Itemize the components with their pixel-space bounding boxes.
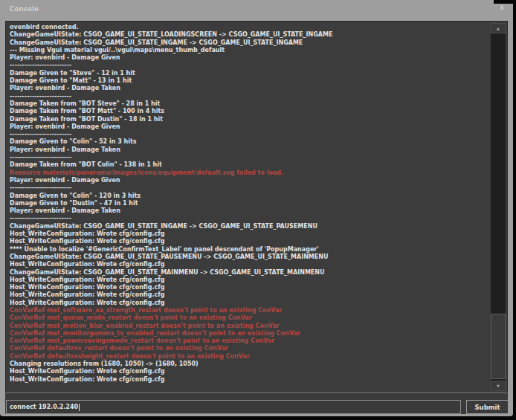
console-line: ------------------------- [10, 131, 488, 138]
scrollbar-thumb[interactable] [491, 314, 506, 379]
console-line: Damage Given to "Dustin" - 47 in 1 hit [10, 200, 488, 207]
console-line: Host_WriteConfiguration: Wrote cfg/confi… [10, 291, 488, 299]
console-line: ------------------------- [10, 184, 488, 192]
console-line: ------------------------- [10, 154, 488, 161]
scrollbar-down-button[interactable]: ▼ [491, 381, 506, 391]
submit-button-label: Submit [474, 404, 500, 411]
console-line: Host_WriteConfiguration: Wrote cfg/confi… [10, 230, 488, 238]
title-bar[interactable]: Console x [0, 0, 513, 21]
console-line: Damage Taken from "BOT Steve" - 28 in 1 … [10, 100, 488, 108]
corner-notch [494, 0, 516, 4]
console-line: Player: ovenbird - Damage Taken [10, 207, 488, 215]
console-line: Damage Given to "Colin" - 120 in 3 hits [10, 193, 488, 200]
console-line: Player: ovenbird - Damage Taken [10, 85, 488, 92]
arrow-up-icon: ▲ [497, 26, 500, 30]
console-line: ConVarRef mat_powersavingsmode_restart d… [10, 337, 488, 345]
console-line: ConVarRef defaultres_restart doesn't poi… [10, 345, 488, 352]
console-line: Damage Given to "Matt" - 13 in 1 hit [10, 77, 488, 85]
console-line: ChangeGameUIState: CSGO_GAME_UI_STATE_PA… [10, 253, 488, 261]
console-line: ConVarRef mat_monitorgamma_tv_enabled_re… [10, 330, 488, 337]
text-caret [79, 404, 80, 411]
console-line: Host_WriteConfiguration: Wrote cfg/confi… [10, 300, 488, 307]
window-title: Console [10, 5, 39, 13]
console-line: Player: ovenbird - Damage Taken [10, 146, 488, 154]
console-line: Host_WriteConfiguration: Wrote cfg/confi… [10, 238, 488, 245]
console-line: ConVarRef mat_motion_blur_enabled_restar… [10, 323, 488, 330]
command-input[interactable]: connect 192.0.2.240 [6, 400, 461, 414]
console-line: Player: ovenbird - Damage Given [10, 123, 488, 131]
console-line: --- Missing Vgui material vgui/..\vgui\m… [10, 47, 488, 54]
console-line: ChangeGameUIState: CSGO_GAME_UI_STATE_MA… [10, 269, 488, 277]
console-line: Player: ovenbird - Damage Given [10, 54, 488, 62]
console-line: Damage Taken from "BOT Matt" - 100 in 4 … [10, 108, 488, 115]
console-line: ChangeGameUIState: CSGO_GAME_UI_STATE_LO… [10, 31, 488, 39]
console-line: ------------------------- [10, 93, 488, 100]
console-line: ovenbird connected. [10, 24, 488, 31]
console-line: Damage Taken from "BOT Colin" - 138 in 1… [10, 161, 488, 169]
arrow-down-icon: ▼ [497, 384, 500, 388]
console-line: ChangeGameUIState: CSGO_GAME_UI_STATE_IN… [10, 223, 488, 230]
console-line: Damage Taken from "BOT Dustin" - 18 in 1… [10, 116, 488, 123]
console-output-panel: ovenbird connected.ChangeGameUIState: CS… [5, 21, 508, 393]
submit-button[interactable]: Submit [466, 400, 509, 414]
console-line: Damage Given to "Steve" - 12 in 1 hit [10, 70, 488, 77]
console-line: Player: ovenbird - Damage Given [10, 177, 488, 184]
console-line: Host_WriteConfiguration: Wrote cfg/confi… [10, 261, 488, 268]
console-line: ChangeGameUIState: CSGO_GAME_UI_STATE_IN… [10, 39, 488, 47]
console-line: Host_WriteConfiguration: Wrote cfg/confi… [10, 277, 488, 284]
console-line: ------------------------- [10, 215, 488, 222]
console-line: ------------------------- [10, 62, 488, 69]
console-line: **** Unable to localize '#GenericConfirm… [10, 246, 488, 253]
console-output: ovenbird connected.ChangeGameUIState: CS… [10, 24, 488, 392]
scrollbar-up-button[interactable]: ▲ [491, 23, 506, 33]
console-line: ConVarRef mat_queue_mode_restart doesn't… [10, 314, 488, 322]
console-line: Changing resolutions from (1680, 1050) -… [10, 361, 488, 368]
console-line: Resource materials/panorama/images/icons… [10, 169, 488, 177]
console-line: ConVarRef defaultresheight_restart doesn… [10, 353, 488, 361]
console-line: Host_WriteConfiguration: Wrote cfg/confi… [10, 284, 488, 291]
close-icon[interactable]: x [500, 3, 504, 12]
command-input-value: connect 192.0.2.240 [10, 404, 78, 410]
console-line: ConVarRef mat_software_aa_strength_resta… [10, 307, 488, 314]
console-line: Host_WriteConfiguration: Wrote cfg/confi… [10, 368, 488, 375]
scrollbar-track[interactable]: ▲ ▼ [491, 23, 506, 391]
console-window: Console x ovenbird connected.ChangeGameU… [0, 0, 513, 416]
console-line: Host_WriteConfiguration: Wrote cfg/confi… [10, 376, 488, 384]
console-line: Damage Given to "Colin" - 52 in 3 hits [10, 138, 488, 146]
